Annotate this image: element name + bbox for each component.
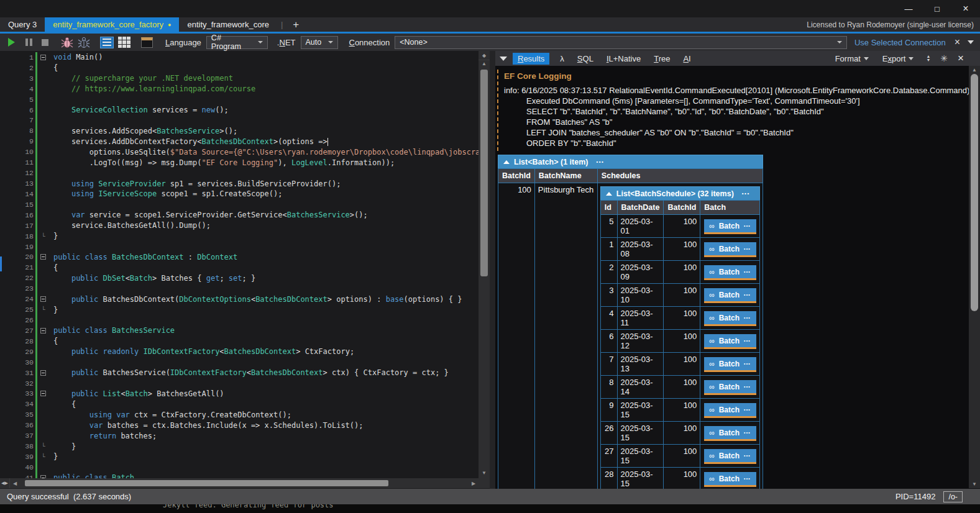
row-menu-icon[interactable]: ••• (744, 316, 751, 320)
code-editor[interactable]: 1void Main()2{3 // supercharge your .NET… (0, 51, 479, 478)
batch-link-button[interactable]: ∞Batch••• (704, 472, 756, 487)
activity-indicator[interactable]: /o- (943, 491, 963, 502)
batch-link-button[interactable]: ∞Batch••• (704, 265, 756, 280)
editor-vertical-scrollbar[interactable]: ◆ ▲ ▼ (479, 51, 490, 488)
code-line[interactable]: 39└} (0, 452, 479, 462)
code-line[interactable]: 27public class BatchesService (0, 325, 479, 336)
batch-link-button[interactable]: ∞Batch••• (704, 357, 756, 372)
fold-marker[interactable] (39, 391, 47, 396)
batch-link-button[interactable]: ∞Batch••• (704, 403, 756, 418)
column-header[interactable]: Schedules (597, 169, 762, 183)
tab-entity-framework-core-factory[interactable]: entity_framework_core_factory ● (45, 17, 179, 32)
debug-bug-icon[interactable] (61, 37, 73, 48)
tab-sql[interactable]: SQL (575, 53, 596, 65)
code-line[interactable]: 5 (0, 94, 479, 105)
code-line[interactable]: 21{ (0, 262, 479, 273)
fold-marker[interactable] (39, 328, 47, 334)
code-line[interactable]: 38└ } (0, 441, 479, 452)
tab-results[interactable]: Results (513, 53, 549, 65)
scrollbar-thumb[interactable] (480, 70, 488, 276)
debug-bug-outline-icon[interactable] (78, 37, 90, 48)
scroll-up-icon[interactable]: ▲ (479, 61, 490, 66)
fold-marker[interactable] (39, 370, 47, 376)
h-splitter-icon[interactable]: ◀▶ (0, 478, 10, 488)
code-line[interactable]: 25└} (0, 304, 479, 315)
fold-marker[interactable] (39, 55, 47, 60)
tab-ai[interactable]: AI (680, 53, 693, 65)
code-line[interactable]: 19 (0, 242, 479, 252)
code-line[interactable]: 24 public BatchesDbContext(DbContextOpti… (0, 294, 479, 304)
scroll-down-icon[interactable]: ▼ (969, 481, 980, 487)
row-menu-icon[interactable]: ••• (744, 338, 751, 343)
code-line[interactable]: 34 { (0, 399, 479, 409)
rich-text-results-icon[interactable] (100, 37, 114, 48)
maximize-icon[interactable]: □ (923, 0, 951, 17)
batch-link-button[interactable]: ∞Batch••• (704, 242, 756, 257)
connection-select[interactable]: <None> (395, 36, 847, 49)
batch-link-button[interactable]: ∞Batch••• (704, 334, 756, 349)
column-header[interactable]: BatchName (534, 169, 597, 183)
column-header[interactable]: Id (600, 201, 617, 215)
results-dropdown-icon[interactable] (500, 57, 507, 61)
row-menu-icon[interactable]: ••• (744, 224, 751, 228)
dotnet-version-select[interactable]: Auto (301, 36, 338, 49)
code-line[interactable]: 31 public BatchesService(IDbContextFacto… (0, 368, 479, 378)
table-menu-icon[interactable]: ••• (742, 191, 750, 196)
results-panel-layout-icon[interactable] (141, 37, 153, 48)
batch-link-button[interactable]: ∞Batch••• (704, 380, 756, 395)
language-select[interactable]: C# Program (206, 36, 268, 49)
code-line[interactable]: 37 return batches; (0, 430, 479, 441)
tab-tree[interactable]: Tree (651, 53, 672, 65)
code-line[interactable]: 30 (0, 357, 479, 368)
scroll-down-icon[interactable]: ▼ (479, 470, 490, 476)
code-line[interactable]: 41public class Batch (0, 473, 479, 478)
code-line[interactable]: 1void Main() (0, 52, 479, 63)
code-line[interactable]: 13 using ServiceProvider sp1 = services.… (0, 178, 479, 189)
code-line[interactable]: 9 services.AddDbContextFactory<BatchesDb… (0, 136, 479, 147)
code-line[interactable]: 3 // supercharge your .NET development (0, 73, 479, 84)
code-line[interactable]: 17 service.BatchesGetAll().Dump(); (0, 220, 479, 231)
code-line[interactable]: 16 var service = scope1.ServiceProvider.… (0, 210, 479, 220)
run-icon[interactable] (8, 38, 15, 47)
scroll-left-icon[interactable]: ◀ (10, 481, 20, 486)
code-line[interactable]: 20public class BatchesDbContext : DbCont… (0, 252, 479, 263)
expand-collapse-icon[interactable]: ▲▼ (926, 55, 930, 62)
fold-marker[interactable] (39, 296, 47, 302)
column-header[interactable]: BatchDate (617, 201, 664, 215)
batch-link-button[interactable]: ∞Batch••• (704, 426, 756, 441)
row-menu-icon[interactable]: ••• (744, 270, 751, 274)
batch-link-button[interactable]: ∞Batch••• (704, 288, 756, 303)
code-line[interactable]: 10 options.UseSqlite($"Data Source={@"C:… (0, 147, 479, 157)
code-line[interactable]: 28{ (0, 336, 479, 347)
row-menu-icon[interactable]: ••• (744, 430, 751, 435)
column-header[interactable]: BatchId (664, 201, 700, 215)
row-menu-icon[interactable]: ••• (744, 247, 751, 251)
batch-table-header[interactable]: List<Batch> (1 item) ••• (498, 155, 763, 168)
row-menu-icon[interactable]: ••• (744, 361, 751, 366)
batch-link-button[interactable]: ∞Batch••• (704, 449, 756, 464)
minimize-icon[interactable]: — (894, 0, 923, 17)
scrollbar-thumb[interactable] (971, 74, 978, 311)
data-grid-results-icon[interactable] (118, 37, 131, 48)
code-line[interactable]: 36 var batches = ctx.Batches.Include(x =… (0, 420, 479, 430)
format-menu[interactable]: Format (835, 54, 869, 63)
clear-connection-icon[interactable]: × (955, 37, 960, 47)
code-line[interactable]: 11 .LogTo((msg) => msg.Dump("EF Core Log… (0, 157, 479, 168)
fold-marker[interactable] (39, 254, 47, 260)
scrollbar-track[interactable] (20, 478, 469, 488)
editor-horizontal-scrollbar[interactable]: ◀▶ ◀ ▶ (0, 478, 479, 488)
tab-lambda[interactable]: λ (557, 53, 567, 65)
code-line[interactable]: 18└} (0, 231, 479, 242)
code-line[interactable]: 22 public DbSet<Batch> Batches { get; se… (0, 273, 479, 283)
code-line[interactable]: 6 ServiceCollection services = new(); (0, 105, 479, 116)
row-menu-icon[interactable]: ••• (744, 293, 751, 297)
connection-menu-icon[interactable] (968, 40, 974, 44)
batch-link-button[interactable]: ∞Batch••• (704, 219, 756, 234)
schedule-table-header[interactable]: List<BatchSchedule> (32 items) ••• (600, 186, 760, 200)
row-menu-icon[interactable]: ••• (744, 476, 751, 481)
code-line[interactable]: 14 using IServiceScope scope1 = sp1.Crea… (0, 189, 479, 199)
refresh-star-icon[interactable]: ✳ (940, 53, 948, 63)
tab-query-3[interactable]: Query 3 (0, 17, 45, 32)
scroll-right-icon[interactable]: ▶ (469, 481, 479, 486)
row-menu-icon[interactable]: ••• (744, 453, 751, 458)
